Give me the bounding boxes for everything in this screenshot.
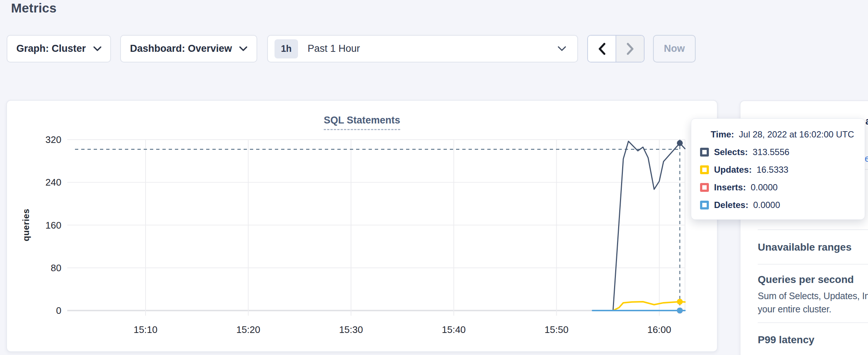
sidebar-divider [758, 264, 868, 265]
deletes-swatch-icon [700, 201, 709, 209]
svg-text:15:40: 15:40 [442, 324, 466, 335]
chart-plot[interactable]: 08016024032015:1015:2015:3015:4015:5016:… [7, 101, 717, 351]
time-forward-button[interactable] [616, 36, 644, 62]
updates-swatch-icon [700, 165, 709, 174]
chevron-right-icon [626, 43, 634, 55]
time-nav-group [587, 35, 645, 62]
time-range-badge: 1h [275, 39, 298, 58]
chart-tooltip: Time: Jul 28, 2022 at 16:02:00 UTC Selec… [691, 118, 865, 220]
tooltip-series-row: Updates: 16.5333 [700, 164, 856, 175]
graph-dropdown-label: Graph: Cluster [16, 43, 86, 54]
tooltip-inserts-label: Inserts: [714, 182, 746, 193]
chevron-left-icon [598, 43, 606, 55]
tooltip-updates-label: Updates: [714, 165, 752, 175]
chevron-down-icon [239, 46, 247, 51]
tooltip-series-row: Inserts: 0.0000 [700, 182, 856, 193]
clipped-text-fragment: a [865, 116, 868, 127]
svg-text:240: 240 [46, 177, 61, 188]
svg-text:15:20: 15:20 [236, 324, 260, 335]
tooltip-updates-value: 16.5333 [757, 165, 789, 175]
chart-card: SQL Statements queries 08016024032015:10… [6, 100, 718, 352]
svg-text:0: 0 [56, 305, 61, 316]
sidebar-description-line2: your entire cluster. [758, 304, 831, 314]
svg-text:160: 160 [46, 220, 61, 231]
chevron-down-icon [93, 46, 101, 51]
sidebar-divider [758, 322, 868, 323]
page-title: Metrics [11, 1, 57, 15]
metrics-page: Metrics Graph: Cluster Dashboard: Overvi… [0, 0, 868, 355]
now-button[interactable]: Now [653, 35, 696, 62]
tooltip-deletes-value: 0.0000 [753, 200, 780, 210]
time-back-button[interactable] [588, 36, 616, 62]
tooltip-selects-value: 313.5556 [753, 147, 789, 157]
svg-text:15:30: 15:30 [339, 324, 363, 335]
sidebar-heading-p99-latency: P99 latency [758, 334, 868, 346]
time-range-selector[interactable]: 1h Past 1 Hour [267, 35, 578, 62]
sidebar-divider [758, 229, 868, 230]
tooltip-inserts-value: 0.0000 [751, 182, 778, 193]
sidebar-heading-queries-per-second: Queries per second [758, 274, 868, 286]
sidebar-description: Sum of Selects, Updates, Inser your enti… [758, 289, 868, 316]
tooltip-series-row: Selects: 313.5556 [700, 147, 856, 158]
clipped-link-fragment[interactable]: e [865, 153, 868, 164]
inserts-swatch-icon [700, 183, 709, 192]
tooltip-deletes-label: Deletes: [714, 200, 748, 210]
dashboard-dropdown-label: Dashboard: Overview [130, 43, 232, 54]
time-range-label: Past 1 Hour [308, 43, 360, 54]
chevron-down-icon [557, 46, 566, 51]
tooltip-selects-label: Selects: [714, 147, 748, 157]
dashboard-dropdown[interactable]: Dashboard: Overview [120, 35, 257, 62]
svg-text:320: 320 [46, 134, 61, 145]
tooltip-series-row: Deletes: 0.0000 [700, 200, 856, 211]
sidebar-heading-unavailable-ranges: Unavailable ranges [758, 241, 868, 253]
tooltip-time-row: Time: Jul 28, 2022 at 16:02:00 UTC [700, 129, 856, 140]
tooltip-time-label: Time: [711, 129, 734, 140]
graph-dropdown[interactable]: Graph: Cluster [7, 35, 111, 62]
sidebar-description-line1: Sum of Selects, Updates, Inser [758, 291, 868, 301]
svg-text:15:50: 15:50 [545, 324, 568, 335]
svg-text:80: 80 [51, 262, 61, 273]
tooltip-time-value: Jul 28, 2022 at 16:02:00 UTC [739, 129, 854, 140]
selects-swatch-icon [700, 148, 709, 157]
svg-text:15:10: 15:10 [133, 324, 157, 335]
svg-text:16:00: 16:00 [647, 324, 671, 335]
